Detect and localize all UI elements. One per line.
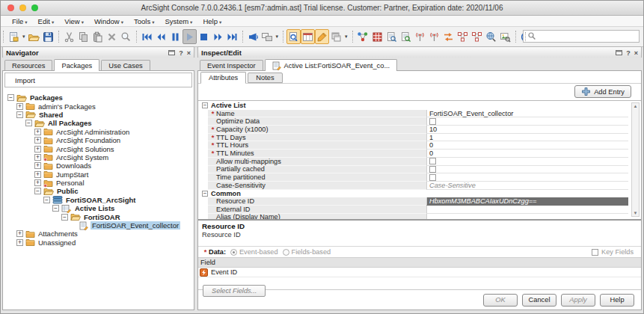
collapse-icon[interactable]: −	[25, 120, 32, 126]
attr-row-name[interactable]: *NameFortiSOAR_Event_collector	[202, 110, 628, 118]
menu-tools[interactable]: Tools▾	[129, 17, 159, 25]
tree-item-packages[interactable]: −Packages	[4, 93, 194, 102]
step-forward-button[interactable]	[211, 29, 225, 44]
search-input[interactable]	[537, 31, 639, 41]
cut-button[interactable]	[62, 29, 76, 44]
pattern-button[interactable]	[456, 29, 470, 44]
add-entry-button[interactable]: Add Entry	[574, 85, 631, 98]
attr-row-alias-display-name[interactable]: Alias (Display Name)	[202, 214, 628, 219]
toggle-navigator-button[interactable]	[286, 29, 301, 44]
section-common[interactable]: −Common	[202, 190, 628, 198]
checkbox-time-partitioned[interactable]	[429, 174, 436, 181]
user-network-button[interactable]	[356, 29, 370, 44]
save-button[interactable]	[41, 29, 55, 44]
field-row-event-id[interactable]: Event ID	[198, 268, 641, 277]
antenna-2-button[interactable]	[427, 29, 441, 44]
panel-close-icon[interactable]: ×	[634, 50, 638, 56]
attr-row-ttl-minutes[interactable]: *TTL Minutes0	[202, 150, 628, 158]
tree-item-fortisoar[interactable]: −FortiSOAR	[4, 212, 194, 221]
cancel-button[interactable]: Cancel	[522, 294, 556, 307]
expand-icon[interactable]: +	[34, 179, 41, 186]
tree-item-fortisoar-arcsight[interactable]: −FortiSOAR_ArcSight	[4, 196, 194, 204]
tree-item-unassigned[interactable]: +Unassigned	[4, 238, 194, 247]
apply-button[interactable]: Apply	[561, 294, 595, 307]
tree-item-all-packages[interactable]: −All Packages	[4, 119, 194, 127]
expand-icon[interactable]: +	[34, 162, 41, 169]
attr-row-external-id[interactable]: External ID	[202, 206, 628, 214]
zoom-in-button[interactable]	[119, 29, 133, 44]
tree-item-fortisoar-event-collector[interactable]: FortiSOAR_Event_collector	[4, 221, 194, 230]
close-window-icon[interactable]	[7, 4, 14, 11]
collapse-icon[interactable]: −	[43, 197, 50, 203]
grid-red-button[interactable]	[370, 29, 384, 44]
tree-item-personal[interactable]: +Personal	[4, 179, 194, 187]
tree-item-shared[interactable]: −Shared	[4, 111, 194, 119]
menu-help[interactable]: Help▾	[197, 17, 227, 25]
key-fields-option[interactable]: Key Fields	[592, 248, 634, 256]
expand-icon[interactable]: +	[34, 137, 41, 144]
expand-icon[interactable]: +	[16, 103, 23, 110]
menu-system[interactable]: System▾	[159, 17, 197, 25]
doc-search-button[interactable]	[384, 29, 399, 44]
collapse-icon[interactable]: −	[61, 214, 68, 221]
dropdown-caret-icon[interactable]: ▾	[22, 34, 25, 40]
tab-use-cases[interactable]: Use Cases	[101, 60, 150, 70]
dropdown-caret-icon[interactable]: ▾	[345, 34, 348, 40]
float-panel-icon[interactable]	[168, 49, 175, 55]
float-panel-icon[interactable]	[616, 49, 622, 55]
collapse-icon[interactable]: −	[34, 188, 41, 194]
toggle-inspector-button[interactable]	[315, 29, 329, 44]
pattern-2-button[interactable]	[470, 29, 484, 44]
ok-button[interactable]: OK	[483, 294, 518, 307]
panel-help-icon[interactable]: ?	[626, 50, 631, 56]
tree-item-arcsight-foundation[interactable]: +ArcSight Foundation	[4, 136, 194, 144]
collapse-icon[interactable]: −	[202, 191, 208, 197]
tree-item-arcsight-system[interactable]: +ArcSight System	[4, 153, 194, 161]
subtab-attributes[interactable]: Attributes	[200, 72, 246, 84]
notify-button[interactable]	[246, 29, 260, 44]
delete-button[interactable]	[105, 29, 119, 44]
collapse-icon[interactable]: −	[7, 94, 14, 101]
panel-close-icon[interactable]: ×	[187, 50, 191, 56]
section-active-list[interactable]: −Active List	[202, 102, 628, 110]
collapse-icon[interactable]: −	[52, 205, 59, 212]
minimize-window-icon[interactable]	[19, 4, 26, 11]
attr-row-ttl-hours[interactable]: *TTL Hours0	[202, 141, 628, 150]
tab-active-list-fortisoar-event-co[interactable]: Active List:FortiSOAR_Event_co...	[265, 59, 398, 71]
help-button[interactable]: Help	[600, 294, 634, 307]
menu-view[interactable]: View▾	[59, 17, 89, 25]
attr-row-capacity-x1000[interactable]: *Capacity (x1000)10	[202, 126, 628, 134]
expand-icon[interactable]: +	[34, 146, 41, 153]
checkbox-partially-cached[interactable]	[429, 166, 436, 173]
tab-event-inspector[interactable]: Event Inspector	[200, 60, 263, 70]
menu-edit[interactable]: Edit▾	[33, 17, 60, 25]
tree-item-arcsight-administration[interactable]: +ArcSight Administration	[4, 128, 194, 136]
expand-icon[interactable]: +	[16, 239, 23, 246]
copy-button[interactable]	[76, 29, 91, 44]
checkbox-allow-multi-mappings[interactable]	[429, 158, 436, 164]
tree-item-arcsight-solutions[interactable]: +ArcSight Solutions	[4, 144, 194, 153]
tab-resources[interactable]: Resources	[4, 60, 52, 70]
dropdown-caret-icon[interactable]: ▾	[276, 34, 279, 40]
panel-help-icon[interactable]: ?	[179, 50, 183, 56]
jump-to-end-button[interactable]	[225, 29, 239, 44]
jump-to-start-button[interactable]	[140, 29, 154, 44]
checkbox-optimize-data[interactable]	[429, 118, 436, 125]
radio-event-based[interactable]: Event-based	[226, 248, 278, 256]
menu-window[interactable]: Window▾	[89, 17, 129, 25]
collapse-icon[interactable]: −	[202, 102, 208, 108]
attr-row-ttl-days[interactable]: *TTL Days1	[202, 134, 628, 142]
scroll-down-icon[interactable]: ▼	[634, 211, 638, 215]
attr-row-time-partitioned[interactable]: Time partitioned	[202, 173, 628, 182]
tree-item-active-lists[interactable]: −Active Lists	[4, 204, 194, 212]
doc-search-2-button[interactable]	[399, 29, 413, 44]
collapse-icon[interactable]: −	[16, 111, 23, 118]
tab-packages[interactable]: Packages	[54, 59, 99, 71]
new-resource-button[interactable]	[7, 29, 21, 44]
attr-row-resource-id[interactable]: Resource IDHbxomM3MBABCAIaxUDnCzgg==	[202, 197, 628, 206]
radio-fields-based[interactable]: Fields-based	[278, 248, 331, 256]
tree-item-admin-s-packages[interactable]: +admin's Packages	[4, 102, 194, 110]
attr-row-allow-multi-mappings[interactable]: Allow multi-mappings	[202, 158, 628, 166]
tree-item-attachments[interactable]: +Attachments	[4, 230, 194, 238]
displays-button[interactable]	[260, 29, 275, 44]
